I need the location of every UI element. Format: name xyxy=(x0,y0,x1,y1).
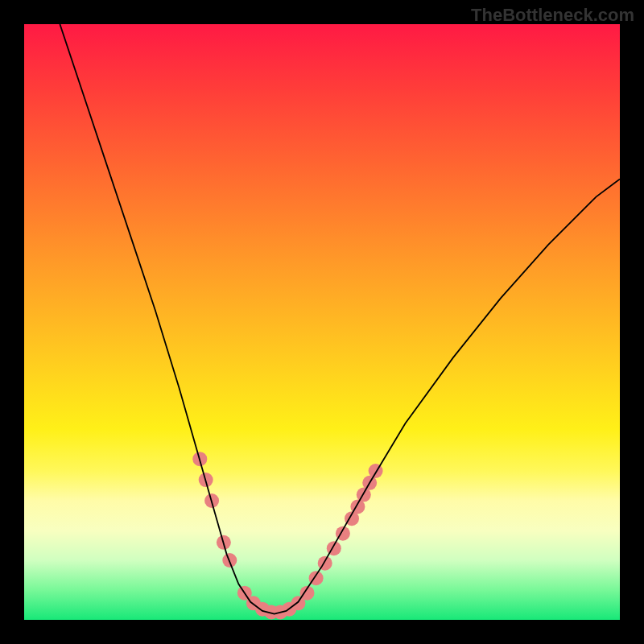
bottleneck-curve xyxy=(60,24,620,614)
chart-plot-area xyxy=(24,24,620,620)
chart-svg xyxy=(24,24,620,620)
watermark-text: TheBottleneck.com xyxy=(471,5,634,26)
